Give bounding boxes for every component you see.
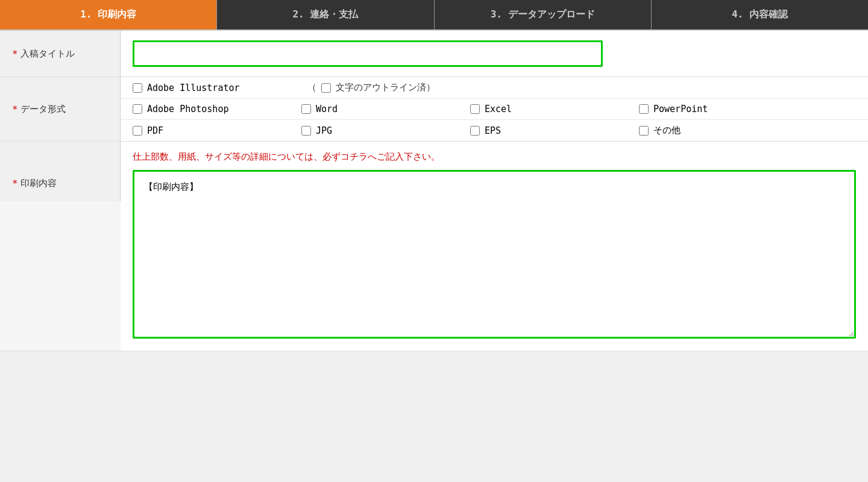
checkbox-jpg[interactable]: JPG [301, 125, 470, 136]
title-input[interactable] [133, 40, 603, 67]
required-star-format: * [12, 104, 18, 115]
checkbox-excel[interactable]: Excel [470, 104, 639, 114]
required-star-print: * [12, 178, 18, 189]
cb-jpg-label: JPG [316, 125, 332, 136]
cb-word[interactable] [301, 104, 311, 114]
data-format-content: Adobe Illustrator （ 文字のアウトライン済） Adobe Ph… [121, 77, 868, 141]
cb-outline[interactable] [321, 83, 331, 93]
checkbox-powerpoint[interactable]: PowerPoint [639, 104, 808, 114]
open-bracket: （ [307, 82, 316, 93]
title-label: * 入稿タイトル [0, 31, 121, 77]
cb-eps-label: EPS [485, 125, 501, 136]
cb-pdf-label: PDF [147, 125, 163, 136]
cb-other[interactable] [639, 126, 649, 136]
cb-eps[interactable] [470, 126, 480, 136]
title-label-text: 入稿タイトル [20, 48, 75, 60]
cb-jpg[interactable] [301, 126, 311, 136]
cb-powerpoint[interactable] [639, 104, 649, 114]
print-content-row: * 印刷内容 仕上部数、用紙、サイズ等の詳細については、必ずコチラへご記入下さい… [0, 142, 868, 351]
title-row: * 入稿タイトル [0, 31, 868, 77]
checkbox-photoshop[interactable]: Adobe Photoshop [133, 104, 301, 114]
form-container: * 入稿タイトル * データ形式 Adobe Illustrator （ [0, 31, 868, 351]
print-content-label-text: 印刷内容 [20, 178, 57, 189]
cb-illustrator-label: Adobe Illustrator [147, 83, 240, 93]
checkbox-pdf[interactable]: PDF [133, 125, 301, 136]
checkbox-row-2: Adobe Photoshop Word Excel PowerPoint [121, 99, 868, 120]
cb-illustrator[interactable] [133, 83, 142, 93]
tab-data-upload[interactable]: 3. データアップロード [435, 0, 652, 30]
data-format-label-text: データ形式 [20, 104, 66, 115]
cb-word-label: Word [316, 104, 338, 114]
tab-print-content[interactable]: 1. 印刷内容 [0, 0, 217, 30]
cb-powerpoint-label: PowerPoint [653, 104, 708, 114]
checkbox-other[interactable]: その他 [639, 125, 808, 136]
tab-contact-payment[interactable]: 2. 連絡・支払 [217, 0, 434, 30]
cb-outline-label: 文字のアウトライン済） [336, 82, 435, 93]
cb-excel-label: Excel [485, 104, 512, 114]
print-content-textarea[interactable] [133, 170, 856, 339]
checkbox-row-1: Adobe Illustrator （ 文字のアウトライン済） [121, 77, 868, 99]
print-content-label: * 印刷内容 [0, 142, 121, 201]
outline-note: （ 文字のアウトライン済） [307, 82, 435, 93]
tab-navigation: 1. 印刷内容 2. 連絡・支払 3. データアップロード 4. 内容確認 [0, 0, 868, 31]
checkbox-illustrator[interactable]: Adobe Illustrator [133, 83, 301, 93]
checkbox-row-3: PDF JPG EPS その他 [121, 120, 868, 141]
checkbox-eps[interactable]: EPS [470, 125, 639, 136]
checkbox-outline[interactable]: 文字のアウトライン済） [321, 82, 435, 93]
tab-confirmation[interactable]: 4. 内容確認 [652, 0, 868, 30]
print-content-section: 仕上部数、用紙、サイズ等の詳細については、必ずコチラへご記入下さい。 [121, 142, 868, 351]
print-content-note: 仕上部数、用紙、サイズ等の詳細については、必ずコチラへご記入下さい。 [133, 151, 856, 163]
cb-excel[interactable] [470, 104, 480, 114]
title-content [121, 31, 868, 77]
data-format-row: * データ形式 Adobe Illustrator （ 文字のアウトライン済） [0, 77, 868, 142]
cb-photoshop-label: Adobe Photoshop [147, 104, 228, 114]
required-star-title: * [12, 48, 18, 60]
cb-pdf[interactable] [133, 126, 142, 136]
data-format-label: * データ形式 [0, 77, 121, 141]
cb-photoshop[interactable] [133, 104, 142, 114]
cb-other-label: その他 [653, 125, 681, 136]
checkbox-word[interactable]: Word [301, 104, 470, 114]
